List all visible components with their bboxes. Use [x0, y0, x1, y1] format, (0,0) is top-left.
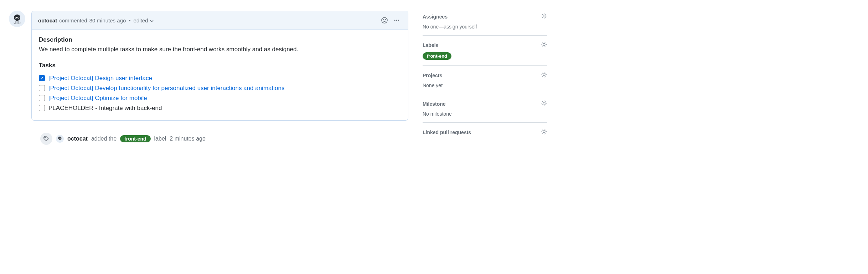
event-author[interactable]: octocat: [67, 136, 88, 142]
comment-author[interactable]: octocat: [38, 17, 57, 23]
edited-indicator[interactable]: edited: [134, 17, 148, 23]
task-checkbox[interactable]: [39, 75, 45, 81]
event-verb: added the: [91, 136, 117, 142]
comment-verb: commented: [59, 17, 87, 23]
projects-settings[interactable]: [541, 72, 547, 79]
task-list: [Project Octocat] Design user interface …: [39, 73, 401, 113]
svg-point-18: [543, 43, 545, 46]
labels-settings[interactable]: [541, 41, 547, 49]
svg-point-19: [543, 74, 545, 76]
svg-point-5: [382, 17, 387, 23]
labels-title: Labels: [423, 42, 438, 48]
svg-point-11: [45, 137, 45, 138]
svg-point-15: [59, 138, 60, 138]
linked-pr-title: Linked pull requests: [423, 130, 471, 135]
projects-title: Projects: [423, 73, 442, 78]
milestone-section: Milestone No milestone: [423, 94, 547, 123]
octocat-icon: [57, 136, 63, 142]
labels-section: Labels front-end: [423, 36, 547, 66]
tasks-heading: Tasks: [39, 62, 401, 69]
gear-icon: [541, 72, 547, 78]
chevron-down-icon: [150, 20, 154, 22]
svg-point-8: [394, 20, 395, 21]
assignees-settings[interactable]: [541, 13, 547, 20]
task-checkbox[interactable]: [39, 85, 45, 91]
event-label-pill[interactable]: front-end: [120, 135, 150, 142]
task-item: [Project Octocat] Develop functionality …: [39, 83, 401, 93]
svg-point-4: [18, 17, 19, 18]
projects-section: Projects None yet: [423, 66, 547, 94]
gear-icon: [541, 41, 547, 48]
gear-icon: [541, 100, 547, 106]
task-item: [Project Octocat] Design user interface: [39, 73, 401, 83]
task-link[interactable]: [Project Octocat] Optimize for mobile: [48, 95, 147, 102]
comment-body: Description We need to complete multiple…: [32, 30, 408, 120]
task-link[interactable]: [Project Octocat] Design user interface: [48, 75, 152, 82]
task-item: [Project Octocat] Optimize for mobile: [39, 93, 401, 103]
assignees-empty: No one—: [423, 24, 444, 30]
svg-point-16: [60, 138, 61, 138]
description-heading: Description: [39, 36, 401, 43]
author-avatar[interactable]: [9, 11, 25, 27]
add-reaction-button[interactable]: [379, 15, 389, 25]
gear-icon: [541, 13, 547, 19]
label-chip[interactable]: front-end: [423, 52, 451, 60]
event-time[interactable]: 2 minutes ago: [170, 136, 206, 142]
event-author-avatar[interactable]: [56, 135, 64, 143]
assignees-body: No one—assign yourself: [423, 24, 547, 30]
assign-yourself-link[interactable]: assign yourself: [444, 24, 477, 30]
octocat-icon: [11, 12, 24, 25]
comment-header: octocat commented 30 minutes ago • edite…: [32, 11, 408, 30]
divider: [31, 155, 408, 155]
sidebar: Assignees No one—assign yourself Labels …: [423, 11, 547, 155]
gear-icon: [541, 128, 547, 135]
separator-dot: •: [128, 17, 131, 23]
svg-point-9: [396, 20, 397, 21]
svg-point-17: [543, 15, 545, 17]
task-link[interactable]: [Project Octocat] Develop functionality …: [48, 85, 284, 92]
svg-point-7: [385, 19, 386, 20]
svg-point-3: [15, 17, 16, 18]
svg-point-20: [543, 102, 545, 104]
linked-pr-section: Linked pull requests: [423, 123, 547, 145]
milestone-title: Milestone: [423, 101, 446, 107]
task-item: PLACEHOLDER - Integrate with back-end: [39, 103, 401, 113]
description-text: We need to complete multiple tasks to ma…: [39, 45, 401, 54]
task-text: PLACEHOLDER - Integrate with back-end: [48, 105, 162, 112]
smiley-icon: [381, 17, 388, 24]
linked-pr-settings[interactable]: [541, 128, 547, 136]
comment-actions-menu[interactable]: [392, 15, 402, 25]
comment-box: octocat commented 30 minutes ago • edite…: [31, 11, 408, 121]
task-checkbox[interactable]: [39, 95, 45, 101]
task-checkbox[interactable]: [39, 105, 45, 111]
svg-point-21: [543, 131, 545, 133]
svg-point-10: [398, 20, 399, 21]
event-noun: label: [154, 136, 166, 142]
timeline-event: octocat added the front-end label 2 minu…: [40, 133, 408, 145]
tag-icon: [43, 136, 50, 142]
assignees-title: Assignees: [423, 14, 448, 20]
edited-history-dropdown[interactable]: [150, 17, 154, 23]
timeline-badge: [40, 133, 52, 145]
comment-time[interactable]: 30 minutes ago: [89, 17, 126, 23]
svg-point-6: [383, 19, 384, 20]
kebab-icon: [393, 17, 400, 24]
milestone-body: No milestone: [423, 111, 547, 117]
assignees-section: Assignees No one—assign yourself: [423, 13, 547, 36]
projects-body: None yet: [423, 83, 547, 88]
milestone-settings[interactable]: [541, 100, 547, 107]
